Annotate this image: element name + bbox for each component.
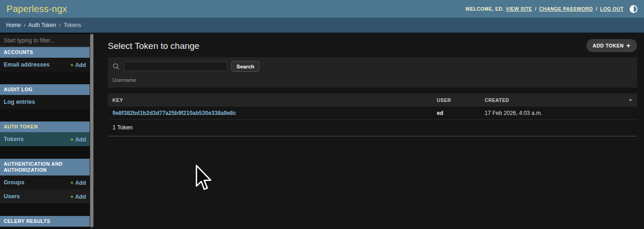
nav-sidebar: ACCOUNTS Email addresses +Add AUDIT LOG … [0,33,90,229]
result-count: 1 Token [108,120,637,136]
add-email-address-link[interactable]: +Add [70,61,86,68]
breadcrumb-home-link[interactable]: Home [6,22,21,28]
column-header-key[interactable]: KEY [108,97,437,103]
plus-icon: + [70,193,74,200]
model-link-users[interactable]: Users [4,193,20,200]
table-header-row: KEY USER CREATED [108,94,637,107]
search-panel: Search Username [108,57,637,88]
add-token-link[interactable]: +Add [70,136,86,143]
sidebar-item-tokens[interactable]: Tokens +Add [0,132,90,146]
search-field-hint: Username [112,77,632,83]
sidebar-section-accounts: ACCOUNTS Email addresses +Add [0,47,90,72]
add-label: Add [75,194,86,200]
sidebar-item-users[interactable]: Users +Add [0,189,90,203]
model-link-tokens[interactable]: Tokens [4,136,24,142]
breadcrumb-current: Tokens [64,22,81,28]
section-caption-auth-token[interactable]: AUTH TOKEN [0,121,90,132]
sidebar-section-auth-token: AUTH TOKEN Tokens +Add [0,121,90,146]
token-key-link[interactable]: 9e8f382bd1b2d3d77a25b9f210ab530e338a9e8c [112,110,236,116]
plus-icon: + [70,136,74,143]
app-header: Paperless-ngx WELCOME, ED. VIEW SITE / C… [0,0,644,18]
page-title: Select Token to change [108,41,637,51]
user-tools: WELCOME, ED. VIEW SITE / CHANGE PASSWORD… [466,5,637,13]
change-password-link[interactable]: CHANGE PASSWORD [539,6,593,12]
content-area: ACCOUNTS Email addresses +Add AUDIT LOG … [0,33,644,229]
tools-separator: / [535,6,536,12]
search-input[interactable] [124,61,227,71]
breadcrumb-app-link[interactable]: Auth Token [28,22,56,28]
sidebar-section-celery-results: CELERY RESULTS [0,216,90,227]
search-button[interactable]: Search [231,61,259,72]
plus-icon: + [70,179,74,186]
view-site-link[interactable]: VIEW SITE [506,6,532,12]
theme-toggle-icon[interactable] [630,5,637,13]
scrollbar-thumb[interactable] [90,34,93,227]
add-token-button[interactable]: ADD TOKEN + [586,39,637,52]
sidebar-filter-input[interactable] [0,34,90,47]
column-header-created[interactable]: CREATED [485,97,637,103]
log-out-link[interactable]: LOG OUT [600,6,624,12]
welcome-text: WELCOME, ED. [466,6,504,12]
sort-descending-icon[interactable] [629,99,632,101]
plus-icon: + [626,43,631,48]
section-caption-audit-log[interactable]: AUDIT LOG [0,84,90,95]
breadcrumb: Home › Auth Token › Tokens [0,18,644,33]
model-link-email-addresses[interactable]: Email addresses [4,61,50,68]
section-caption-accounts[interactable]: ACCOUNTS [0,47,90,58]
sidebar-item-email-addresses[interactable]: Email addresses +Add [0,58,90,72]
breadcrumb-separator: › [24,22,26,28]
model-link-log-entries[interactable]: Log entries [4,99,35,105]
plus-icon: + [70,61,74,68]
add-user-link[interactable]: +Add [70,193,86,200]
add-label: Add [75,136,86,143]
add-token-button-label: ADD TOKEN [593,43,624,48]
add-group-link[interactable]: +Add [70,179,86,186]
sidebar-scrollbar[interactable] [90,33,94,229]
table-row: 9e8f382bd1b2d3d77a25b9f210ab530e338a9e8c… [108,107,637,120]
sidebar-section-auth-and-authz: AUTHENTICATION AND AUTHORIZATION Groups … [0,159,90,203]
sidebar-item-log-entries[interactable]: Log entries [0,95,90,109]
token-user-cell: ed [437,110,485,116]
section-caption-auth-and-authz[interactable]: AUTHENTICATION AND AUTHORIZATION [0,159,90,175]
section-caption-celery-results[interactable]: CELERY RESULTS [0,216,90,227]
add-label: Add [75,62,86,68]
main-content: Select Token to change ADD TOKEN + Searc… [94,33,644,229]
sidebar-section-audit-log: AUDIT LOG Log entries [0,84,90,109]
model-link-groups[interactable]: Groups [4,179,24,186]
add-label: Add [75,180,86,186]
breadcrumb-separator: › [59,22,61,28]
search-icon [112,63,120,70]
tokens-table: KEY USER CREATED 9e8f382bd1b2d3d77a25b9f… [108,94,637,136]
sidebar-item-groups[interactable]: Groups +Add [0,175,90,189]
tools-separator: / [596,6,597,12]
brand-title[interactable]: Paperless-ngx [7,4,67,14]
token-created-cell: 17 Feb 2026, 4:03 a.m. [485,110,637,116]
column-header-user[interactable]: USER [437,97,485,103]
